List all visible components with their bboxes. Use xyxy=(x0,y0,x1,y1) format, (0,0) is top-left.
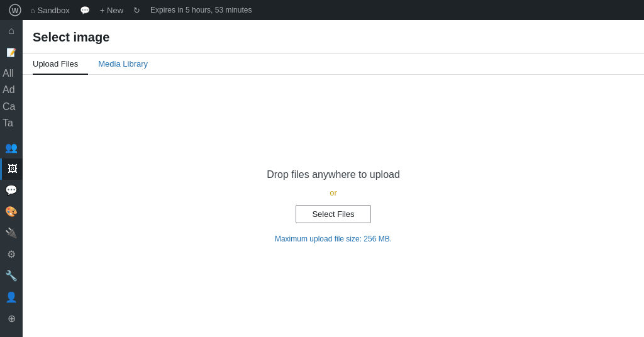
sidebar-item-dashboard[interactable]: ⌂ xyxy=(0,20,23,41)
sidebar-item-all: All Ad Ca Ta xyxy=(0,63,23,135)
select-files-button[interactable]: Select Files xyxy=(296,205,371,223)
modal-title: Select image xyxy=(33,30,634,53)
media-modal: Select image Upload Files Media Library … xyxy=(23,20,644,337)
sidebar-item-profile[interactable]: 👤 xyxy=(0,287,23,308)
svg-text:W: W xyxy=(12,7,19,14)
drop-or-text: or xyxy=(330,188,337,197)
adminbar-update[interactable]: ↻ xyxy=(128,0,145,20)
adminbar-site-name[interactable]: ⌂ Sandbox xyxy=(25,0,75,20)
modal-title-bar: Select image xyxy=(23,20,644,54)
sidebar-item-media[interactable]: 🖼 xyxy=(0,158,23,180)
sidebar-item-posts[interactable]: 📝 xyxy=(0,41,23,63)
tab-upload-files[interactable]: Upload Files xyxy=(33,54,88,75)
wp-logo[interactable]: W xyxy=(5,0,25,20)
sidebar-all-label[interactable]: All xyxy=(0,65,16,82)
sidebar-item-settings[interactable]: ⚙ xyxy=(0,244,23,265)
sidebar-item-appearance[interactable]: 🎨 xyxy=(0,201,23,223)
sidebar-ad-label[interactable]: Ad xyxy=(0,82,18,98)
admin-sidebar: ⌂ 📝 All Ad Ca Ta 👥 🖼 💬 🎨 🔌 ⚙ 🔧 👤 ⊕ xyxy=(0,20,23,337)
main-content: Select image Upload Files Media Library … xyxy=(23,20,644,337)
sidebar-ca-label[interactable]: Ca xyxy=(0,99,18,115)
sidebar-item-misc[interactable]: ⊕ xyxy=(0,308,23,329)
adminbar-new[interactable]: + New xyxy=(95,0,128,20)
adminbar-comments[interactable]: 💬 xyxy=(75,0,95,20)
admin-bar: W ⌂ Sandbox 💬 + New ↻ Expires in 5 hours… xyxy=(0,0,644,20)
sidebar-item-tools[interactable]: 🔧 xyxy=(0,265,23,287)
tab-media-library[interactable]: Media Library xyxy=(98,54,158,75)
upload-area[interactable]: Drop files anywhere to upload or Select … xyxy=(23,75,644,337)
sidebar-ta-label[interactable]: Ta xyxy=(0,115,16,131)
sidebar-item-comments[interactable]: 💬 xyxy=(0,180,23,201)
sidebar-item-plugins[interactable]: 🔌 xyxy=(0,223,23,244)
media-tabs: Upload Files Media Library xyxy=(23,54,644,75)
adminbar-expires-text: Expires in 5 hours, 53 minutes xyxy=(150,6,252,14)
drop-zone: Drop files anywhere to upload or Select … xyxy=(267,169,400,243)
max-upload-size: Maximum upload file size: 256 MB. xyxy=(275,235,392,243)
drop-text: Drop files anywhere to upload xyxy=(267,169,400,180)
sidebar-item-users[interactable]: 👥 xyxy=(0,137,23,158)
